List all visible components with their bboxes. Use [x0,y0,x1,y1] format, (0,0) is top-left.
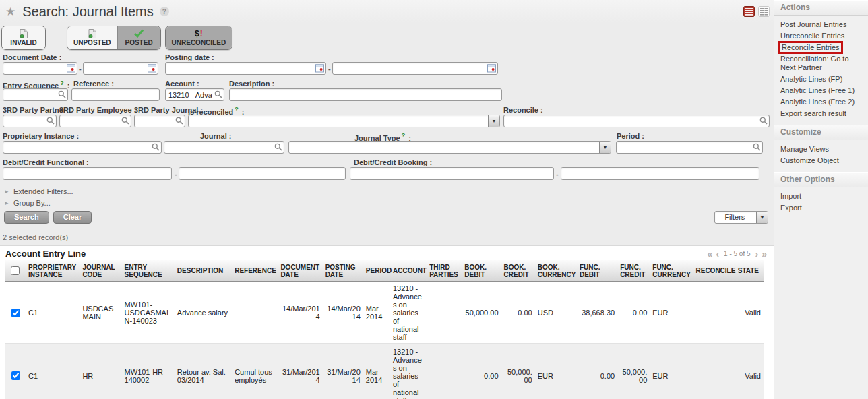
grid-view-icon[interactable] [758,6,770,17]
search-lookup-icon[interactable] [121,117,129,125]
sidebar-item-analytic-lines-fp[interactable]: Analytic Lines (FP) [774,73,868,85]
search-lookup-icon[interactable] [46,117,55,125]
next-page-icon[interactable]: › [755,249,759,259]
sidebar-item-import[interactable]: Import [774,191,868,202]
cell-state: Valid [735,282,764,344]
page-help-icon[interactable]: ? [160,7,169,16]
last-page-icon[interactable]: » [762,249,767,259]
sidebar-item-export-search-result[interactable]: Export search result [774,108,868,119]
cell-posting-date: 14/Mar/2014 [323,282,363,344]
col-third-parties[interactable]: THIRD PARTIES [427,260,462,282]
dc-booking-from-input[interactable] [350,167,554,180]
col-book-credit[interactable]: BOOK. CREDIT [501,260,535,282]
search-lookup-icon[interactable] [760,117,768,125]
description-input[interactable] [229,88,502,101]
col-posting-date[interactable]: POSTING DATE [323,260,363,282]
cell-book-debit: 0.00 [462,344,501,399]
help-icon[interactable]: ? [402,132,406,139]
party-employee-label: 3RD Party Employee : [59,106,136,114]
journal-input[interactable] [164,141,284,154]
dc-functional-to-input[interactable] [179,167,346,180]
calendar-icon[interactable] [148,64,156,73]
first-page-icon[interactable]: « [708,249,713,259]
calendar-icon[interactable] [487,64,496,73]
col-proprietary-instance[interactable]: PROPRIETARY INSTANCE [26,260,80,282]
clear-button[interactable]: Clear [53,211,92,224]
status-button-invalid[interactable]: INVALID [2,26,45,49]
calendar-icon[interactable] [67,64,75,73]
search-lookup-icon[interactable] [152,143,160,151]
sidebar-item-customize-object[interactable]: Customize Object [774,155,868,166]
chevron-down-icon[interactable]: ▼ [488,115,499,127]
dc-functional-label: Debit/Credit Functional : [3,158,89,166]
prev-page-icon[interactable]: ‹ [716,249,719,259]
reconcile-input[interactable] [503,115,770,127]
status-button-posted[interactable]: POSTED [117,26,160,49]
status-button-unreconciled[interactable]: $! UNRECONCILED [166,26,232,49]
col-reconcile[interactable]: RECONCILE [693,260,735,282]
extended-filters-expander[interactable]: ► Extended Filters... [1,185,774,197]
cell-period: Mar 2014 [363,344,390,399]
sidebar-item-analytic-lines-free-2[interactable]: Analytic Lines (Free 2) [774,96,868,108]
chevron-down-icon[interactable]: ▼ [599,142,611,153]
extended-filters-label: Extended Filters... [13,187,73,195]
chevron-down-icon[interactable]: ▼ [756,212,768,223]
posting-date-to-input[interactable] [332,62,498,75]
col-document-date[interactable]: DOCUMENT DATE [278,260,322,282]
col-func-credit[interactable]: FUNC. CREDIT [617,260,650,282]
is-reconciled-select[interactable]: ▼ [188,115,500,127]
help-icon[interactable]: ? [60,80,64,86]
sidebar-item-unreconcile-entries[interactable]: Unreconcile Entries [774,30,868,42]
search-lookup-icon[interactable] [753,143,761,151]
search-button[interactable]: Search [4,211,49,224]
party-employee-input[interactable] [59,115,131,127]
table-row[interactable]: C1 USDCASMAIN MW101-USDCASMAIN-140023 Ad… [5,282,764,344]
cell-document-date: 14/Mar/2014 [278,282,322,344]
search-lookup-icon[interactable] [274,143,282,151]
col-func-debit[interactable]: FUNC. DEBIT [577,260,617,282]
posting-date-from-input[interactable] [165,62,326,75]
status-button-unposted[interactable]: UNPOSTED [67,26,117,49]
dc-functional-from-input[interactable] [3,167,172,180]
col-description[interactable]: DESCRIPTION [175,260,232,282]
row-checkbox[interactable] [11,371,20,380]
calendar-icon[interactable] [315,64,324,73]
page-header: ★ Search: Journal Items ? [0,0,774,23]
sidebar-item-reconciliation-go-to-next-partner[interactable]: Reconciliation: Go to Next Partner [774,53,868,73]
proprietary-instance-input[interactable] [3,141,162,154]
filters-dropdown-value: -- Filters -- [715,212,756,223]
select-all-checkbox[interactable] [11,266,20,275]
col-book-debit[interactable]: BOOK. DEBIT [462,260,501,282]
group-by-expander[interactable]: ► Group By... [1,197,774,208]
list-view-icon[interactable] [743,6,755,17]
search-lookup-icon[interactable] [58,90,66,98]
journal-type-select[interactable]: ▼ [288,141,611,154]
col-journal-code[interactable]: JOURNAL CODE [80,260,121,282]
favorite-star-icon[interactable]: ★ [5,5,16,19]
col-entry-sequence[interactable]: ENTRY SEQUENCE [122,260,175,282]
col-state[interactable]: STATE [735,260,764,282]
sidebar-item-analytic-lines-free-1[interactable]: Analytic Lines (Free 1) [774,85,868,96]
sidebar-item-reconcile-entries[interactable]: Reconcile Entries [774,42,868,53]
journal-label: Journal : [200,132,231,140]
search-lookup-icon[interactable] [175,117,183,125]
sidebar-item-export[interactable]: Export [774,202,868,214]
filters-dropdown[interactable]: -- Filters -- ▼ [714,211,768,224]
period-input[interactable] [616,141,763,154]
dc-booking-to-input[interactable] [561,167,760,180]
cell-account: 13210 - Advances on salaries of national… [390,344,427,399]
pagination-label: 1 - 5 of 5 [722,250,751,257]
col-reference[interactable]: REFERENCE [232,260,278,282]
search-lookup-icon[interactable] [214,90,222,98]
cell-description: Retour av. Sal. 03/2014 [175,344,232,399]
sidebar-item-post-journal-entries[interactable]: Post Journal Entries [774,19,868,30]
row-checkbox[interactable] [11,309,20,317]
help-icon[interactable]: ? [235,106,239,113]
reference-input[interactable] [71,88,160,101]
table-row[interactable]: C1 HR MW101-HR-140002 Retour av. Sal. 03… [5,344,764,399]
col-func-currency[interactable]: FUNC. CURRENCY [650,260,693,282]
col-book-currency[interactable]: BOOK. CURRENCY [535,260,577,282]
sidebar-item-manage-views[interactable]: Manage Views [774,144,868,155]
col-account[interactable]: ACCOUNT [390,260,427,282]
col-period[interactable]: PERIOD [363,260,390,282]
